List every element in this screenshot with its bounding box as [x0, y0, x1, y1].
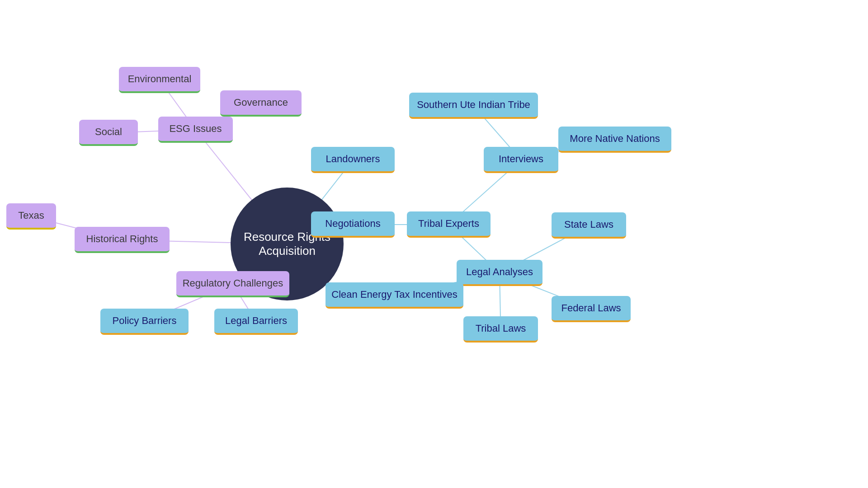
- landowners-node[interactable]: Landowners: [311, 147, 395, 173]
- legalAnalyses-node[interactable]: Legal Analyses: [457, 260, 542, 286]
- southernUte-node[interactable]: Southern Ute Indian Tribe: [409, 93, 538, 119]
- moreNativeNations-node[interactable]: More Native Nations: [558, 127, 671, 153]
- legalBarriers-node[interactable]: Legal Barriers: [214, 309, 298, 335]
- policyBarriers-node[interactable]: Policy Barriers: [100, 309, 189, 335]
- interviews-node[interactable]: Interviews: [484, 147, 558, 173]
- stateLaws-node[interactable]: State Laws: [552, 212, 626, 239]
- tribalLaws-node[interactable]: Tribal Laws: [463, 316, 538, 343]
- texas-node[interactable]: Texas: [6, 203, 56, 230]
- environmental-node[interactable]: Environmental: [119, 67, 200, 93]
- regulatoryChallenges-node[interactable]: Regulatory Challenges: [176, 271, 289, 297]
- governance-node[interactable]: Governance: [220, 90, 302, 117]
- tribalExperts-node[interactable]: Tribal Experts: [407, 211, 491, 238]
- negotiations-node[interactable]: Negotiations: [311, 211, 395, 238]
- social-node[interactable]: Social: [79, 120, 138, 146]
- federalLaws-node[interactable]: Federal Laws: [552, 296, 631, 322]
- mindmap-canvas: Resource Rights AcquisitionEnvironmental…: [0, 0, 868, 488]
- cleanEnergyTax-node[interactable]: Clean Energy Tax Incentives: [326, 282, 463, 309]
- historicalRights-node[interactable]: Historical Rights: [75, 227, 170, 253]
- esg-node[interactable]: ESG Issues: [158, 117, 233, 143]
